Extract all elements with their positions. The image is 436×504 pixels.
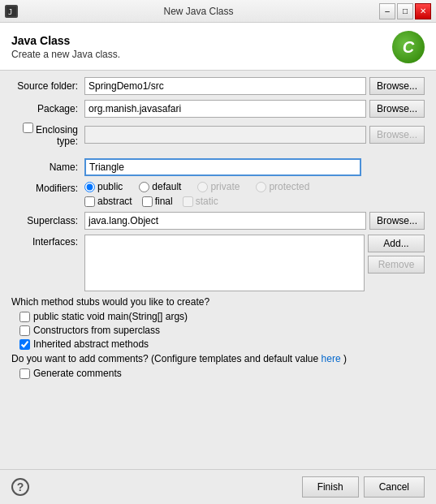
help-button[interactable]: ? [11, 478, 29, 496]
main-stub-option: public static void main(String[] args) [19, 311, 425, 322]
superclass-row: Superclass: Browse... [11, 212, 425, 230]
cancel-button[interactable]: Cancel [364, 476, 425, 498]
inherited-stub-option: Inherited abstract methods [19, 338, 425, 350]
maximize-button[interactable]: □ [397, 3, 413, 19]
interfaces-row: Interfaces: Add... Remove [11, 235, 425, 291]
modifiers-options: public default private protected [84, 181, 361, 207]
constructors-stub-option: Constructors from superclass [19, 325, 425, 336]
header-subtitle: Create a new Java class. [11, 49, 120, 60]
generate-comments-checkbox[interactable] [19, 368, 30, 379]
generate-comments-option: Generate comments [19, 368, 425, 379]
main-stub-checkbox[interactable] [19, 312, 30, 322]
abstract-checkbox[interactable] [84, 196, 95, 207]
enclosing-type-checkbox[interactable] [23, 123, 33, 133]
default-radio[interactable] [139, 182, 149, 192]
interfaces-action-buttons: Add... Remove [368, 235, 425, 274]
enclosing-type-input[interactable] [84, 126, 366, 144]
comments-question: Do you want to add comments? (Configure … [11, 353, 425, 364]
stubs-question: Which method stubs would you like to cre… [11, 296, 425, 308]
final-checkbox[interactable] [142, 196, 153, 207]
generate-comments-label: Generate comments [33, 368, 122, 379]
close-button[interactable]: ✕ [415, 3, 431, 19]
title-bar: J New Java Class – □ ✕ [0, 0, 436, 23]
name-row: Name: [11, 158, 425, 176]
package-label: Package: [11, 103, 84, 114]
java-logo-icon: C [392, 31, 425, 63]
footer-buttons: Finish Cancel [302, 476, 425, 498]
public-radio[interactable] [84, 182, 95, 192]
interfaces-label: Interfaces: [11, 235, 84, 248]
source-folder-label: Source folder: [11, 80, 84, 92]
package-row: Package: Browse... [11, 100, 425, 118]
package-input[interactable] [84, 100, 366, 118]
minimize-button[interactable]: – [379, 3, 395, 19]
constructors-stub-label: Constructors from superclass [33, 325, 160, 336]
protected-modifier-option: protected [256, 181, 309, 192]
main-content: Java Class Create a new Java class. C So… [0, 23, 436, 504]
footer: ? Finish Cancel [0, 469, 436, 504]
abstract-modifier-option: abstract [84, 196, 132, 207]
default-modifier-option: default [139, 181, 181, 192]
header-title: Java Class [11, 34, 120, 47]
source-folder-browse-button[interactable]: Browse... [369, 77, 425, 95]
enclosing-type-row: Enclosing type: Browse... [11, 123, 425, 147]
comments-here-link[interactable]: here [322, 353, 341, 364]
comments-section: Do you want to add comments? (Configure … [11, 353, 425, 379]
source-folder-row: Source folder: Browse... [11, 77, 425, 95]
private-modifier-option: private [197, 181, 240, 192]
main-stub-label: public static void main(String[] args) [33, 311, 188, 322]
name-input[interactable] [84, 158, 361, 176]
source-folder-input[interactable] [84, 77, 366, 95]
interfaces-list[interactable] [84, 235, 365, 291]
add-interface-button[interactable]: Add... [368, 235, 425, 252]
window-icon: J [5, 5, 18, 18]
remove-interface-button[interactable]: Remove [368, 256, 425, 274]
modifiers-row: Modifiers: public default private [11, 181, 425, 207]
modifiers-label: Modifiers: [11, 181, 84, 194]
window-controls: – □ ✕ [379, 3, 431, 19]
final-modifier-option: final [142, 196, 173, 207]
constructors-stub-checkbox[interactable] [19, 325, 30, 336]
enclosing-type-checkbox-label: Enclosing type: [11, 123, 84, 147]
superclass-browse-button[interactable]: Browse... [369, 212, 425, 230]
inherited-stub-checkbox[interactable] [19, 339, 30, 350]
svg-text:J: J [8, 8, 12, 16]
name-label: Name: [11, 162, 84, 173]
private-radio[interactable] [197, 182, 208, 192]
package-browse-button[interactable]: Browse... [369, 100, 425, 118]
header-text: Java Class Create a new Java class. [11, 34, 120, 60]
superclass-input[interactable] [84, 212, 366, 230]
header-section: Java Class Create a new Java class. C [0, 23, 436, 71]
superclass-label: Superclass: [11, 215, 84, 226]
window-title: New Java Class [18, 6, 379, 17]
enclosing-type-browse-button[interactable]: Browse... [369, 126, 425, 144]
static-checkbox[interactable] [183, 196, 193, 207]
form-area: Source folder: Browse... Package: Browse… [0, 71, 436, 469]
public-modifier-option: public [84, 181, 123, 192]
static-modifier-option: static [183, 196, 218, 207]
inherited-stub-label: Inherited abstract methods [33, 338, 149, 350]
finish-button[interactable]: Finish [302, 476, 359, 498]
protected-radio[interactable] [256, 182, 266, 192]
stubs-section: Which method stubs would you like to cre… [11, 296, 425, 350]
